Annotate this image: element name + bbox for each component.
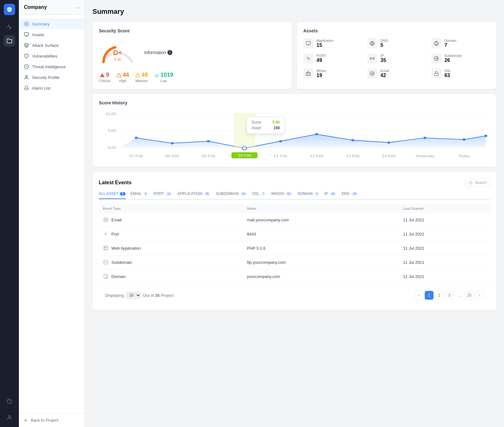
row-name-port: 8443 [243,227,399,241]
help-nav-icon[interactable] [4,396,15,407]
svg-rect-5 [24,33,28,36]
back-arrow-icon [24,418,28,423]
tab-whois[interactable]: WHOIS 60 [271,191,293,198]
svg-point-39 [171,142,174,144]
tab-badge-domain: 3 [314,192,320,196]
table-row: Domain yourcompany.com 11 Jul 2021 [99,269,490,284]
svg-point-45 [387,141,390,144]
prev-page-button[interactable]: ‹ [415,291,423,300]
tab-badge-ssl: 7 [260,192,266,196]
pagination-pages: ‹ 1 2 3 ... 25 › [415,291,484,300]
row-date-webapp: 11 Jul 2021 [399,241,490,255]
col-asset-type: Asset Type [99,204,243,213]
nav-item-alarm-list[interactable]: Alarm List [19,83,85,93]
search-placeholder: Search [475,180,487,185]
tab-badge-application: 35 [204,192,211,196]
page-title: Summary [92,8,496,16]
back-to-project-button[interactable]: Back to Project [19,413,85,427]
tab-port[interactable]: PORT 10 [154,191,172,198]
critical-icon [100,73,105,78]
nav-item-vulnerabilities[interactable]: Vulnerabilities [19,51,85,61]
svg-point-40 [207,140,210,142]
company-header[interactable]: Company ⌄ [19,0,85,15]
row-asset-type-domain: Domain [99,269,243,284]
table-row: Email mail.yourcompany.com 11 Jul 2021 [99,213,490,227]
out-of-label: Out of 35 Project [143,293,174,298]
severity-medium: 49 Medium [135,72,148,83]
asset-item-domain: Domain 7 [431,38,490,48]
asset-info-application: Application 15 [316,39,333,48]
assets-card: Assets Application 15 DNS [297,22,496,89]
score-info: Information i [144,50,172,55]
page-btn-1[interactable]: 1 [425,291,434,300]
severity-high: 44 High [116,72,129,83]
page-btn-3[interactable]: 3 [445,291,454,300]
svg-text:14 Feb: 14 Feb [382,154,395,158]
whois-icon [303,69,313,79]
svg-point-3 [24,22,28,26]
asset-info-email: Email 42 [380,69,389,78]
gauge-grade: D+ [113,49,122,57]
svg-text:Yesterday: Yesterday [415,154,435,158]
tab-email[interactable]: EMAIL 0 [131,191,149,198]
row-asset-type-email: Email [99,213,243,227]
row-asset-type-subdomain: Subdomain [99,255,243,269]
svg-point-43 [315,133,318,135]
asset-info-dns: DNS 5 [380,39,388,48]
row-date-domain: 11 Jul 2021 [399,269,490,284]
low-icon [154,73,159,78]
assets-nav-icon [24,32,29,37]
medium-icon [135,73,140,78]
nav-item-assets[interactable]: Assets [19,29,85,40]
security-score-card: Security Score D+ 5.90 [92,22,292,89]
nav-item-attack-surface[interactable]: Attack Surface [19,40,85,51]
nav-item-summary[interactable]: Summary [19,19,85,29]
svg-text:09 Feb: 09 Feb [202,154,215,158]
events-table: Asset Type Name Last Scaned Email [99,204,490,284]
search-box[interactable]: Search [465,178,490,187]
main-content: Summary Security Score D+ 5.90 [85,0,504,427]
events-header: Latest Events Search [99,178,490,187]
pagination-row: Displaying 10 25 50 Out of 35 Project ‹ … [99,286,490,304]
svg-text:13 Feb: 13 Feb [346,154,360,158]
application-icon [303,38,313,48]
tab-ssl[interactable]: SSL 7 [252,191,266,198]
svg-rect-17 [306,42,310,44]
svg-point-4 [26,23,27,25]
ip-icon [367,53,377,64]
asset-info-domain: Domain 7 [445,39,456,48]
svg-text:12 Feb: 12 Feb [310,154,323,158]
pagination-info: Displaying 10 25 50 Out of 35 Project [105,292,174,299]
displaying-label: Displaying [105,293,124,298]
page-btn-25[interactable]: 25 [465,291,474,300]
asset-item-ssl: SSL 63 [431,69,490,79]
asset-info-subdomain: Subdomain 26 [445,54,462,63]
svg-point-24 [372,58,373,59]
tab-domain[interactable]: DOMAIN 3 [298,191,320,198]
nav-item-threat-intelligence[interactable]: Threat Intelligence [19,61,85,72]
asset-item-whois: Whois 19 [303,69,362,79]
svg-marker-36 [120,134,486,148]
gauge-container: D+ 5.90 [99,38,137,67]
next-page-button[interactable]: › [475,291,484,300]
tab-all-asset[interactable]: ALL ASSET 5 [99,191,126,199]
folder-nav-icon[interactable] [4,35,15,47]
tab-ip[interactable]: IP 40 [324,191,336,198]
events-title: Latest Events [99,180,132,186]
security-score-title: Security Score [99,28,286,33]
low-label: Low [160,79,167,83]
low-count: 1019 [160,72,173,78]
activity-nav-icon[interactable] [4,21,15,33]
nav-item-security-profile[interactable]: Security Profile [19,72,85,83]
icon-sidebar [0,0,19,427]
svg-point-28 [372,73,373,74]
per-page-select[interactable]: 10 25 50 [126,292,141,299]
tab-application[interactable]: APPLICATION 35 [177,191,211,198]
svg-point-46 [423,137,427,139]
svg-text:10 Feb: 10 Feb [238,154,251,158]
asset-item-subdomain: Subdomain 26 [431,53,490,64]
page-btn-2[interactable]: 2 [435,291,444,300]
user-nav-icon[interactable] [4,412,15,423]
tab-subdomain[interactable]: SUBDOMAIN 49 [216,191,247,198]
tab-dns[interactable]: DNS 29 [342,191,358,198]
